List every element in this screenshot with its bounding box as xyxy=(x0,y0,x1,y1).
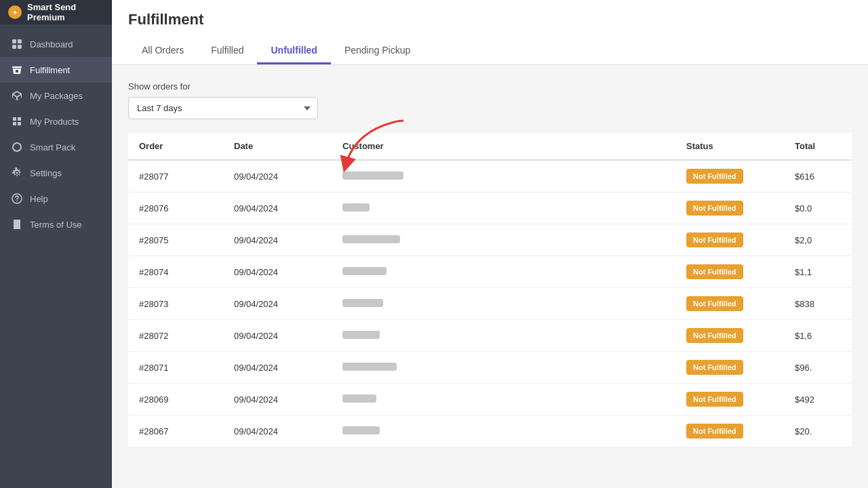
orders-table: Order Date Customer Status Total #28077 … xyxy=(128,133,852,447)
customer-name xyxy=(332,320,675,352)
sidebar-header: ✦ Smart Send Premium xyxy=(0,0,112,24)
tab-all-orders[interactable]: All Orders xyxy=(128,38,197,64)
sidebar-item-my-packages[interactable]: My Packages xyxy=(0,83,112,108)
table-row[interactable]: #28077 09/04/2024 Not Fulfilled $616 xyxy=(128,160,852,192)
main-content: Fulfillment All Orders Fulfilled Unfulfi… xyxy=(112,0,868,488)
page-header: Fulfillment All Orders Fulfilled Unfulfi… xyxy=(112,0,868,65)
status-badge: Not Fulfilled xyxy=(686,232,743,247)
customer-name xyxy=(332,224,675,256)
order-status: Not Fulfilled xyxy=(675,352,784,384)
fulfillment-icon xyxy=(11,64,23,76)
table-row[interactable]: #28069 09/04/2024 Not Fulfilled $492 xyxy=(128,384,852,415)
order-total: $2,0 xyxy=(784,224,852,256)
status-badge: Not Fulfilled xyxy=(686,424,743,439)
content-area: Show orders for Last 7 days Last 30 days… xyxy=(112,65,868,488)
sidebar-label-smart-pack: Smart Pack xyxy=(30,142,75,152)
order-status: Not Fulfilled xyxy=(675,320,784,352)
order-total: $20. xyxy=(784,415,852,447)
order-status: Not Fulfilled xyxy=(675,256,784,288)
sidebar-label-help: Help xyxy=(30,194,48,204)
sidebar-label-dashboard: Dashboard xyxy=(30,39,73,49)
order-status: Not Fulfilled xyxy=(675,384,784,415)
status-badge: Not Fulfilled xyxy=(686,360,743,375)
app-title: Smart Send Premium xyxy=(27,2,104,22)
date-range-select[interactable]: Last 7 days Last 30 days Last 90 days Al… xyxy=(128,97,318,119)
sidebar-label-fulfillment: Fulfillment xyxy=(30,65,70,75)
status-badge: Not Fulfilled xyxy=(686,264,743,279)
status-badge: Not Fulfilled xyxy=(686,392,743,407)
status-badge: Not Fulfilled xyxy=(686,296,743,311)
order-total: $838 xyxy=(784,288,852,320)
svg-point-4 xyxy=(13,143,21,151)
sidebar-label-terms: Terms of Use xyxy=(30,220,82,230)
order-date: 09/04/2024 xyxy=(223,160,332,192)
sidebar-item-help[interactable]: Help xyxy=(0,186,112,211)
table-row[interactable]: #28076 09/04/2024 Not Fulfilled $0.0 xyxy=(128,192,852,224)
customer-name xyxy=(332,415,675,447)
order-date: 09/04/2024 xyxy=(223,320,332,352)
order-date: 09/04/2024 xyxy=(223,288,332,320)
customer-name xyxy=(332,192,675,224)
order-date: 09/04/2024 xyxy=(223,224,332,256)
tab-pending-pickup[interactable]: Pending Pickup xyxy=(331,38,424,64)
order-number: #28076 xyxy=(128,192,223,224)
order-date: 09/04/2024 xyxy=(223,352,332,384)
sidebar-label-my-packages: My Packages xyxy=(30,91,83,101)
order-number: #28071 xyxy=(128,352,223,384)
customer-name xyxy=(332,288,675,320)
sidebar-item-fulfillment[interactable]: Fulfillment xyxy=(0,57,112,83)
order-status: Not Fulfilled xyxy=(675,288,784,320)
sidebar-item-settings[interactable]: Settings xyxy=(0,160,112,186)
customer-name xyxy=(332,160,675,192)
table-row[interactable]: #28075 09/04/2024 Not Fulfilled $2,0 xyxy=(128,224,852,256)
settings-icon xyxy=(11,167,23,179)
tab-unfulfilled[interactable]: Unfulfilled xyxy=(257,38,330,64)
products-icon xyxy=(11,115,23,127)
tab-fulfilled[interactable]: Fulfilled xyxy=(197,38,257,64)
col-header-customer: Customer xyxy=(332,133,675,160)
sidebar-item-terms[interactable]: Terms of Use xyxy=(0,211,112,237)
sidebar-label-settings: Settings xyxy=(30,168,62,178)
order-total: $1,1 xyxy=(784,256,852,288)
col-header-total: Total xyxy=(784,133,852,160)
svg-rect-1 xyxy=(18,39,22,43)
order-status: Not Fulfilled xyxy=(675,160,784,192)
table-row[interactable]: #28073 09/04/2024 Not Fulfilled $838 xyxy=(128,288,852,320)
order-number: #28069 xyxy=(128,384,223,415)
order-total: $616 xyxy=(784,160,852,192)
customer-name xyxy=(332,384,675,415)
table-header-row: Order Date Customer Status Total xyxy=(128,133,852,160)
order-total: $492 xyxy=(784,384,852,415)
order-number: #28075 xyxy=(128,224,223,256)
order-date: 09/04/2024 xyxy=(223,192,332,224)
sidebar-item-dashboard[interactable]: Dashboard xyxy=(0,31,112,57)
smartpack-icon xyxy=(11,141,23,153)
filter-label: Show orders for xyxy=(128,81,852,92)
sidebar: ✦ Smart Send Premium Dashboard Fulfillme… xyxy=(0,0,112,488)
table-row[interactable]: #28074 09/04/2024 Not Fulfilled $1,1 xyxy=(128,256,852,288)
order-status: Not Fulfilled xyxy=(675,192,784,224)
sidebar-item-my-products[interactable]: My Products xyxy=(0,108,112,134)
status-badge: Not Fulfilled xyxy=(686,169,743,184)
svg-point-6 xyxy=(16,201,18,202)
col-header-status: Status xyxy=(675,133,784,160)
status-badge: Not Fulfilled xyxy=(686,328,743,343)
order-total: $1,6 xyxy=(784,320,852,352)
order-number: #28074 xyxy=(128,256,223,288)
sidebar-label-my-products: My Products xyxy=(30,117,79,127)
svg-rect-0 xyxy=(12,39,16,43)
table-row[interactable]: #28071 09/04/2024 Not Fulfilled $96. xyxy=(128,352,852,384)
app-icon: ✦ xyxy=(8,5,22,19)
sidebar-item-smart-pack[interactable]: Smart Pack xyxy=(0,134,112,160)
page-title: Fulfillment xyxy=(128,11,852,28)
col-header-order: Order xyxy=(128,133,223,160)
order-date: 09/04/2024 xyxy=(223,415,332,447)
order-status: Not Fulfilled xyxy=(675,224,784,256)
order-number: #28067 xyxy=(128,415,223,447)
tabs-container: All Orders Fulfilled Unfulfilled Pending… xyxy=(128,38,852,64)
table-row[interactable]: #28072 09/04/2024 Not Fulfilled $1,6 xyxy=(128,320,852,352)
table-row[interactable]: #28067 09/04/2024 Not Fulfilled $20. xyxy=(128,415,852,447)
customer-name xyxy=(332,256,675,288)
customer-name xyxy=(332,352,675,384)
order-status: Not Fulfilled xyxy=(675,415,784,447)
